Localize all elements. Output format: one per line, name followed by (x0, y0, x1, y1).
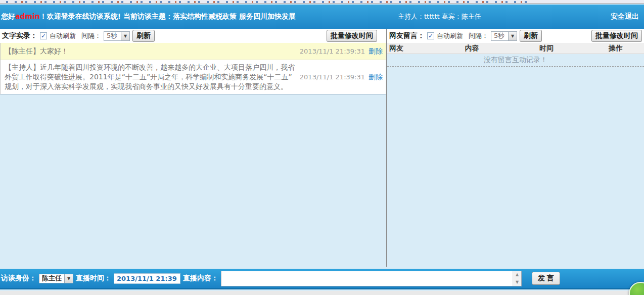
delete-message-link[interactable]: 删除 (369, 47, 383, 56)
transcript-interval-select[interactable]: 5秒 ▼ (104, 31, 130, 41)
chevron-down-icon: ▼ (121, 31, 130, 41)
main-area: 文字实录： ✓ 自动刷新 间隔： 5秒 ▼ 刷新 批量修改时间 【陈主任】大家好… (0, 29, 644, 269)
broadcast-time-label: 直播时间： (76, 274, 111, 283)
transcript-panel: 文字实录： ✓ 自动刷新 间隔： 5秒 ▼ 刷新 批量修改时间 【陈主任】大家好… (0, 29, 386, 269)
transcript-refresh-button[interactable]: 刷新 (132, 30, 155, 42)
message-timestamp: 2013/11/1 21:39:31 (300, 47, 365, 55)
clipped-text-marks (6, 1, 527, 3)
comments-interval-value: 5秒 (491, 31, 508, 41)
scroll-up-icon[interactable]: ▲ (513, 271, 521, 278)
comments-interval-label: 间隔： (469, 31, 488, 40)
column-header-user: 网友 (387, 44, 439, 53)
greeting-prefix: 您好 (1, 12, 15, 20)
column-header-time: 时间 (505, 44, 588, 53)
transcript-message-row: 【主持人】近几年随着四川投资环境的不断改善，越来越多的大企业、大项目落户四川，我… (1, 60, 386, 94)
scroll-down-icon[interactable]: ▼ (513, 279, 521, 286)
username: admin (15, 12, 40, 20)
composer-bar: 访谈身份： 陈主任 ▼ 直播时间： 直播内容： ▲ ▼ 发 言 (0, 269, 644, 289)
comments-panel-title: 网友留言： (389, 31, 425, 40)
comments-empty-message: 没有留言互动记录！ (387, 54, 644, 67)
chevron-down-icon: ▼ (64, 274, 73, 283)
message-meta: 2013/11/1 21:39:31 删除 (300, 73, 386, 82)
clipped-top-strip (0, 0, 644, 4)
message-text: 【主持人】近几年随着四川投资环境的不断改善，越来越多的大企业、大项目落户四川，我… (1, 60, 300, 94)
message-timestamp: 2013/11/1 21:39:31 (300, 73, 365, 81)
transcript-interval-value: 5秒 (104, 31, 121, 41)
delete-message-link[interactable]: 删除 (369, 73, 383, 82)
comments-refresh-button[interactable]: 刷新 (520, 30, 542, 42)
textarea-scrollbar[interactable]: ▲ ▼ (513, 271, 521, 286)
comments-batch-edit-time-button[interactable]: 批量修改时间 (591, 30, 642, 42)
check-icon: ✓ (428, 33, 433, 39)
broadcast-content-label: 直播内容： (183, 274, 218, 283)
identity-label: 访谈身份： (1, 274, 36, 283)
transcript-toolbar: 文字实录： ✓ 自动刷新 间隔： 5秒 ▼ 刷新 批量修改时间 (0, 29, 386, 43)
header-bar: 您好admin！欢迎登录在线访谈系统! 当前访谈主题：落实结构性减税政策 服务四… (0, 5, 644, 29)
column-header-content: 内容 (439, 44, 505, 53)
message-text: 【陈主任】大家好！ (1, 44, 300, 59)
comments-toolbar: 网友留言： ✓ 自动刷新 间隔： 5秒 ▼ 刷新 批量修改时间 (387, 29, 644, 43)
broadcast-time-input[interactable] (114, 273, 180, 284)
identity-value: 陈主任 (39, 274, 64, 283)
footer-strip (0, 291, 644, 295)
greeting-suffix: ！欢迎登录在线访谈系统! 当前访谈主题：落实结构性减税政策 服务四川加快发展 (40, 12, 296, 20)
transcript-auto-refresh-label: 自动刷新 (50, 31, 76, 40)
identity-select[interactable]: 陈主任 ▼ (39, 274, 73, 283)
transcript-message-list: 【陈主任】大家好！ 2013/11/1 21:39:31 删除 【主持人】近几年… (0, 43, 386, 94)
broadcast-content-input[interactable] (221, 271, 513, 286)
transcript-auto-refresh-checkbox[interactable]: ✓ (40, 32, 47, 39)
comments-table-header: 网友 内容 时间 操作 (387, 43, 644, 54)
submit-speech-button[interactable]: 发 言 (532, 272, 560, 285)
comments-auto-refresh-label: 自动刷新 (437, 31, 463, 40)
comments-auto-refresh-checkbox[interactable]: ✓ (427, 32, 434, 39)
chevron-down-icon: ▼ (508, 31, 517, 41)
column-header-action: 操作 (587, 44, 644, 53)
transcript-message-row: 【陈主任】大家好！ 2013/11/1 21:39:31 删除 (1, 43, 386, 60)
host-guest-info: 主持人：tttttt 嘉宾：陈主任 (398, 12, 481, 21)
logout-link[interactable]: 安全退出 (611, 12, 639, 21)
transcript-batch-edit-time-button[interactable]: 批量修改时间 (327, 30, 377, 42)
message-meta: 2013/11/1 21:39:31 删除 (300, 47, 386, 56)
check-icon: ✓ (41, 33, 46, 39)
transcript-panel-title: 文字实录： (2, 31, 37, 40)
comments-panel: 网友留言： ✓ 自动刷新 间隔： 5秒 ▼ 刷新 批量修改时间 网友 内容 时间… (387, 29, 644, 269)
comments-interval-select[interactable]: 5秒 ▼ (491, 31, 517, 41)
welcome-text: 您好admin！欢迎登录在线访谈系统! 当前访谈主题：落实结构性减税政策 服务四… (0, 12, 296, 21)
broadcast-content-box: ▲ ▼ (221, 271, 522, 286)
transcript-interval-label: 间隔： (81, 31, 101, 40)
